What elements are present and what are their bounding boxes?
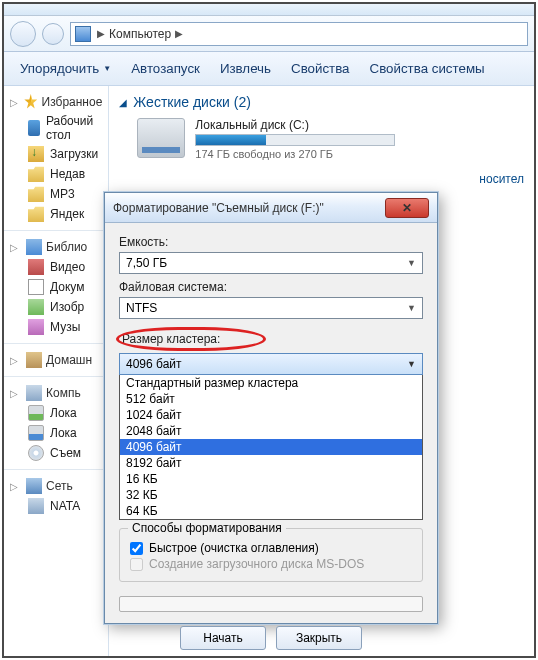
- dialog-titlebar[interactable]: Форматирование "Съемный диск (F:)" ✕: [105, 193, 437, 223]
- cluster-option[interactable]: 1024 байт: [120, 407, 422, 423]
- sidebar-item-pictures[interactable]: Изобр: [4, 297, 108, 317]
- cluster-size-label: Размер кластера:: [119, 332, 423, 346]
- capacity-label: Емкость:: [119, 235, 423, 249]
- star-icon: [24, 94, 37, 110]
- cluster-option[interactable]: 8192 байт: [120, 455, 422, 471]
- drive-icon: [28, 425, 44, 441]
- sidebar-item-videos[interactable]: Видео: [4, 257, 108, 277]
- sidebar-item-desktop[interactable]: Рабочий стол: [4, 112, 108, 144]
- cluster-option[interactable]: Стандартный размер кластера: [120, 375, 422, 391]
- drive-item[interactable]: Локальный диск (C:) 174 ГБ свободно из 2…: [119, 118, 524, 160]
- toolbar: Упорядочить▼ Автозапуск Извлечь Свойства…: [4, 52, 534, 86]
- chevron-down-icon: ▼: [407, 303, 416, 313]
- drive-usage-bar: [195, 134, 395, 146]
- system-properties-button[interactable]: Свойства системы: [362, 57, 493, 80]
- eject-button[interactable]: Извлечь: [212, 57, 279, 80]
- computer-icon: [26, 385, 42, 401]
- folder-icon: [28, 186, 44, 202]
- format-options-group: Способы форматирования Быстрое (очистка …: [119, 528, 423, 582]
- chevron-down-icon: ▼: [407, 359, 416, 369]
- cluster-size-combo[interactable]: 4096 байт▼: [119, 353, 423, 375]
- sidebar-item-local1[interactable]: Лока: [4, 403, 108, 423]
- video-icon: [28, 259, 44, 275]
- picture-icon: [28, 299, 44, 315]
- properties-button[interactable]: Свойства: [283, 57, 358, 80]
- cluster-option[interactable]: 16 КБ: [120, 471, 422, 487]
- sidebar-item-downloads[interactable]: Загрузки: [4, 144, 108, 164]
- devices-header: носител: [119, 172, 524, 186]
- nav-back-button[interactable]: [10, 21, 36, 47]
- sidebar-item-documents[interactable]: Докум: [4, 277, 108, 297]
- sidebar-network-header[interactable]: ▷Сеть: [4, 476, 108, 496]
- hdd-section-header[interactable]: ◢Жесткие диски (2): [119, 94, 524, 110]
- breadcrumb-root[interactable]: Компьютер: [109, 27, 171, 41]
- sidebar-item-music[interactable]: Музы: [4, 317, 108, 337]
- sidebar-favorites-header[interactable]: ▷Избранное: [4, 92, 108, 112]
- start-button[interactable]: Начать: [180, 626, 266, 650]
- folder-icon: [28, 166, 44, 182]
- capacity-combo[interactable]: 7,50 ГБ▼: [119, 252, 423, 274]
- quick-format-checkbox[interactable]: Быстрое (очистка оглавления): [130, 541, 412, 555]
- filesystem-label: Файловая система:: [119, 280, 423, 294]
- format-dialog: Форматирование "Съемный диск (F:)" ✕ Емк…: [104, 192, 438, 624]
- chevron-down-icon: ▼: [103, 64, 111, 73]
- chevron-down-icon: ▼: [407, 258, 416, 268]
- close-dialog-button[interactable]: Закрыть: [276, 626, 362, 650]
- sidebar-item-mp3[interactable]: MP3: [4, 184, 108, 204]
- sidebar: ▷Избранное Рабочий стол Загрузки Недав M…: [4, 86, 109, 656]
- music-icon: [28, 319, 44, 335]
- homegroup-icon: [26, 352, 42, 368]
- desktop-icon: [28, 120, 40, 136]
- sidebar-libraries-header[interactable]: ▷Библио: [4, 237, 108, 257]
- folder-icon: [28, 206, 44, 222]
- format-options-title: Способы форматирования: [128, 521, 286, 535]
- chevron-right-icon: ▶: [97, 28, 105, 39]
- cluster-size-dropdown: Стандартный размер кластера512 байт1024 …: [119, 375, 423, 520]
- sidebar-computer-header[interactable]: ▷Компь: [4, 383, 108, 403]
- drive-name: Локальный диск (C:): [195, 118, 524, 132]
- chevron-down-icon: ◢: [119, 97, 127, 108]
- computer-icon: [28, 498, 44, 514]
- progress-bar: [119, 596, 423, 612]
- computer-icon: [75, 26, 91, 42]
- autorun-button[interactable]: Автозапуск: [123, 57, 208, 80]
- drive-size: 174 ГБ свободно из 270 ГБ: [195, 148, 524, 160]
- sidebar-homegroup-header[interactable]: ▷Домашн: [4, 350, 108, 370]
- removable-icon: [28, 445, 44, 461]
- library-icon: [26, 239, 42, 255]
- downloads-icon: [28, 146, 44, 162]
- drive-icon: [28, 405, 44, 421]
- window-titlebar: [4, 4, 534, 16]
- sidebar-item-local2[interactable]: Лока: [4, 423, 108, 443]
- nav-forward-button[interactable]: [42, 23, 64, 45]
- dialog-title: Форматирование "Съемный диск (F:)": [113, 201, 324, 215]
- cluster-option[interactable]: 4096 байт: [120, 439, 422, 455]
- organize-button[interactable]: Упорядочить▼: [12, 57, 119, 80]
- close-icon: ✕: [402, 201, 412, 215]
- msdos-boot-checkbox: Создание загрузочного диска MS-DOS: [130, 557, 412, 571]
- address-bar: ▶ Компьютер ▶: [4, 16, 534, 52]
- cluster-option[interactable]: 512 байт: [120, 391, 422, 407]
- sidebar-item-nata[interactable]: NATA: [4, 496, 108, 516]
- sidebar-item-removable[interactable]: Съем: [4, 443, 108, 463]
- document-icon: [28, 279, 44, 295]
- network-icon: [26, 478, 42, 494]
- sidebar-item-yandex[interactable]: Яндек: [4, 204, 108, 224]
- cluster-option[interactable]: 32 КБ: [120, 487, 422, 503]
- chevron-right-icon: ▶: [175, 28, 183, 39]
- cluster-option[interactable]: 64 КБ: [120, 503, 422, 519]
- breadcrumb: ▶ Компьютер ▶: [97, 27, 183, 41]
- close-button[interactable]: ✕: [385, 198, 429, 218]
- filesystem-combo[interactable]: NTFS▼: [119, 297, 423, 319]
- sidebar-item-recent[interactable]: Недав: [4, 164, 108, 184]
- breadcrumb-box[interactable]: ▶ Компьютер ▶: [70, 22, 528, 46]
- cluster-option[interactable]: 2048 байт: [120, 423, 422, 439]
- hdd-icon: [137, 118, 185, 158]
